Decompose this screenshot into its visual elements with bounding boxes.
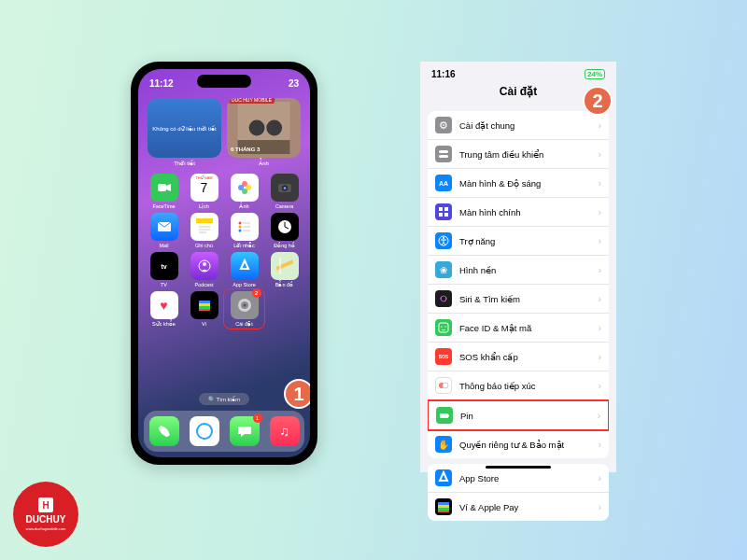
app-podcast[interactable]: Podcast	[186, 252, 222, 287]
settings-row-tr-n-ng[interactable]: Trợ năng›	[428, 227, 609, 256]
wallet-icon	[190, 291, 218, 319]
grid-icon	[435, 203, 452, 220]
phone-step-2: 11:16 24% Cài đặt 2 ⚙Cài đặt chung›Trung…	[420, 62, 616, 472]
video-icon	[150, 174, 178, 202]
weather-widget[interactable]: Không có dữ liệu thời tiết	[148, 98, 221, 158]
settings-row-h-nh-n-n[interactable]: ❀Hình nền›	[428, 256, 609, 285]
svg-rect-44	[439, 323, 448, 332]
wallet-icon	[435, 498, 452, 515]
battery-icon	[436, 407, 453, 424]
settings-row-label: Màn hình chính	[459, 207, 521, 217]
chevron-right-icon: ›	[599, 473, 601, 483]
dock-messages[interactable]: 1	[230, 416, 260, 446]
app-lời-nhắc[interactable]: Lời nhắc	[226, 213, 262, 248]
dock-safari[interactable]	[190, 416, 219, 446]
svg-rect-37	[439, 213, 443, 217]
settings-row-c-i-t-chung[interactable]: ⚙Cài đặt chung›	[428, 111, 609, 140]
settings-row-label: Pin	[460, 411, 473, 421]
svg-rect-50	[448, 415, 449, 417]
svg-rect-49	[440, 413, 448, 418]
app-facetime[interactable]: FaceTime	[146, 174, 182, 209]
app-cài-đặt[interactable]: 2Cài đặt	[226, 291, 262, 327]
settings-row-label: Quyền riêng tư & Bảo mật	[459, 440, 564, 450]
app-ghi-chú[interactable]: Ghi chú	[186, 213, 222, 248]
siri-icon	[435, 290, 452, 307]
dock-music[interactable]: ♫	[270, 416, 300, 446]
app-lịch[interactable]: THỨ NĂM7Lịch	[186, 174, 222, 209]
chevron-right-icon: ›	[599, 207, 601, 217]
svg-point-45	[441, 326, 442, 327]
settings-row-label: Hình nền	[459, 265, 496, 275]
svg-point-18	[238, 230, 241, 232]
svg-point-20	[203, 262, 206, 266]
svg-rect-53	[438, 508, 449, 511]
app-mail[interactable]: Mail	[146, 213, 182, 248]
settings-row-sos-kh-n-c-p[interactable]: SOSSOS khẩn cấp›	[428, 343, 609, 371]
settings-row-m-n-h-nh-ch-nh[interactable]: Màn hình chính›	[428, 198, 609, 227]
chevron-right-icon: ›	[599, 352, 601, 362]
chevron-right-icon: ›	[599, 381, 601, 391]
svg-rect-33	[439, 150, 448, 153]
app-ví[interactable]: Ví	[186, 291, 222, 327]
notes-icon	[190, 213, 218, 241]
dock: 1♫	[144, 411, 304, 452]
chevron-right-icon: ›	[599, 236, 601, 246]
app-label: Ghi chú	[195, 243, 213, 248]
search-icon: 🔍	[208, 397, 217, 402]
hand-icon: ✋	[435, 436, 452, 453]
highlight-box	[223, 288, 265, 329]
svg-rect-38	[444, 213, 448, 217]
settings-row-label: App Store	[459, 473, 499, 483]
settings-row-v-apple-pay[interactable]: Ví & Apple Pay›	[428, 493, 609, 521]
settings-row-label: Thông báo tiếp xúc	[459, 381, 536, 391]
svg-point-16	[238, 222, 241, 225]
faceid-icon	[435, 319, 452, 336]
settings-row-label: Face ID & Mật mã	[459, 323, 531, 333]
svg-point-46	[444, 326, 445, 327]
switches-icon	[435, 146, 452, 162]
svg-rect-35	[439, 207, 443, 211]
settings-group-apps: App Store›Ví & Apple Pay›	[428, 464, 609, 521]
app-label: Sức khỏe	[152, 321, 176, 327]
settings-row-label: Cài đặt chung	[459, 120, 514, 131]
app-app-store[interactable]: App Store	[226, 252, 262, 287]
spotlight-search[interactable]: 🔍 Tìm kiếm	[199, 393, 249, 405]
gear-icon: ⚙	[435, 117, 452, 133]
SOS-icon: SOS	[435, 348, 452, 365]
settings-row-quy-n-ri-ng-t-b-o-m-t[interactable]: ✋Quyền riêng tư & Bảo mật›	[428, 430, 609, 458]
weather-widget-label: Thời tiết	[148, 160, 221, 166]
app-camera[interactable]: Camera	[266, 174, 303, 209]
app-label: TV	[161, 282, 167, 287]
photos-widget[interactable]: DUC HUY MOBILE 6 THÁNG 3	[227, 98, 301, 158]
settings-row-trung-t-m-i-u-khi-n[interactable]: Trung tâm điều khiển›	[428, 140, 609, 169]
photos-icon	[231, 174, 259, 202]
step-badge-1: 1	[284, 379, 310, 409]
settings-row-siri-t-m-ki-m[interactable]: Siri & Tìm kiếm›	[428, 285, 609, 314]
notification-badge: 1	[253, 413, 262, 423]
chevron-right-icon: ›	[599, 294, 601, 304]
svg-rect-51	[438, 502, 449, 505]
svg-point-48	[443, 383, 448, 388]
settings-row-th-ng-b-o-ti-p-x-c[interactable]: Thông báo tiếp xúc›	[428, 371, 609, 400]
flower-icon: ❀	[435, 261, 452, 278]
svg-point-11	[283, 187, 286, 189]
mail-icon	[150, 213, 178, 241]
settings-row-pin[interactable]: Pin›	[428, 399, 609, 431]
svg-rect-27	[199, 309, 210, 311]
calendar-icon: THỨ NĂM7	[190, 174, 218, 202]
app-label: App Store	[233, 282, 255, 287]
dock-phone[interactable]	[149, 416, 179, 446]
app-đồng-hồ[interactable]: Đồng hồ	[266, 213, 303, 248]
app-sức-khỏe[interactable]: ♥Sức khỏe	[146, 291, 182, 327]
maps-icon	[271, 252, 299, 280]
app-label: Bản đồ	[275, 282, 293, 287]
chevron-right-icon: ›	[599, 265, 601, 275]
settings-row-m-n-h-nh-s-ng[interactable]: AAMàn hình & Độ sáng›	[428, 169, 609, 198]
app-tv[interactable]: tvTV	[146, 252, 182, 287]
podcast-icon	[190, 252, 218, 280]
app-bản-đồ[interactable]: Bản đồ	[266, 252, 303, 287]
app-label: Ảnh	[239, 203, 248, 209]
app-ảnh[interactable]: Ảnh	[226, 174, 262, 209]
chevron-right-icon: ›	[599, 323, 601, 333]
settings-row-face-id-m-t-m-[interactable]: Face ID & Mật mã›	[428, 314, 609, 343]
